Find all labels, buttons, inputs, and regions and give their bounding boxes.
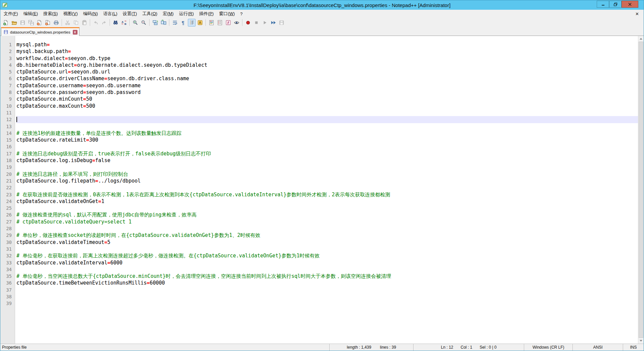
line-number-6[interactable]: 6 <box>0 75 15 82</box>
code-line-1[interactable]: mysql.path= <box>16 41 644 48</box>
code-line-27[interactable]: # ctpDataSource.validateQuery=select 1 <box>16 218 644 225</box>
line-number-3[interactable]: 3 <box>0 55 15 62</box>
show-indent-guide-button[interactable] <box>188 19 196 27</box>
line-number-28[interactable]: 28 <box>0 225 15 232</box>
vertical-scrollbar[interactable] <box>638 36 644 344</box>
code-line-24[interactable]: ctpDataSource.validateOnGet=1 <box>16 198 644 205</box>
code-line-2[interactable]: mysql.backup.path= <box>16 48 644 55</box>
line-number-31[interactable]: 31 <box>0 246 15 252</box>
code-line-38[interactable] <box>16 293 644 300</box>
macro-record-button[interactable] <box>244 19 252 27</box>
menu-item-encoding[interactable]: 编码(N) <box>80 10 101 18</box>
code-line-12[interactable] <box>16 116 644 123</box>
line-number-10[interactable]: 10 <box>0 103 15 109</box>
line-number-37[interactable]: 37 <box>0 287 15 293</box>
code-line-14[interactable]: # 连接池1秒的新建连接数量，单位是连接个数。达到该数量触发日志跟踪 <box>16 130 644 137</box>
code-line-16[interactable] <box>16 143 644 150</box>
code-line-6[interactable]: ctpDataSource.driverClassName=seeyon.db.… <box>16 75 644 82</box>
line-number-38[interactable]: 38 <box>0 293 15 300</box>
code-line-36[interactable]: ctpDataSource.timeBetweenEvictionRunsMil… <box>16 280 644 286</box>
code-line-21[interactable]: ctpDataSource.log.filepath=../logs/dbpoo… <box>16 178 644 184</box>
code-line-34[interactable] <box>16 266 644 273</box>
function-list-button[interactable]: f <box>224 19 232 27</box>
word-wrap-button[interactable] <box>171 19 179 27</box>
menu-item-view[interactable]: 视图(V) <box>60 10 80 18</box>
menu-item-window[interactable]: 窗口(W) <box>216 10 237 18</box>
code-line-8[interactable]: ctpDataSource.password=seeyon.db.passwor… <box>16 89 644 96</box>
document-map-button[interactable] <box>208 19 215 27</box>
code-line-3[interactable]: workflow.dialect=seeyon.db.type <box>16 55 644 62</box>
status-eol-format[interactable]: Windows (CR LF) <box>524 344 573 351</box>
close-all-button[interactable] <box>44 19 52 27</box>
new-file-button[interactable] <box>2 19 10 27</box>
line-number-5[interactable]: 5 <box>0 68 15 75</box>
line-number-27[interactable]: 27 <box>0 218 15 225</box>
line-number-17[interactable]: 17 <box>0 150 15 157</box>
replace-button[interactable]: AB <box>120 19 128 27</box>
menu-item-settings[interactable]: 设置(T) <box>120 10 140 18</box>
menu-item-tools[interactable]: 工具(O) <box>140 10 160 18</box>
menu-item-macro[interactable]: 宏(M) <box>160 10 176 18</box>
scroll-up-arrow-icon[interactable] <box>638 36 644 42</box>
close-file-button[interactable] <box>36 19 43 27</box>
code-line-19[interactable] <box>16 164 644 170</box>
line-number-35[interactable]: 35 <box>0 273 15 280</box>
line-number-4[interactable]: 4 <box>0 62 15 68</box>
menu-item-search[interactable]: 搜索(S) <box>41 10 60 18</box>
menu-item-language[interactable]: 语言(L) <box>101 10 120 18</box>
line-number-12[interactable]: 12 <box>0 116 15 123</box>
macro-run-multiple-button[interactable] <box>269 19 277 27</box>
line-number-20[interactable]: 20 <box>0 171 15 178</box>
line-number-18[interactable]: 18 <box>0 157 15 164</box>
menu-item-file[interactable]: 文件(F) <box>1 10 21 18</box>
code-line-10[interactable]: ctpDataSource.maxCount=500 <box>16 103 644 109</box>
line-number-29[interactable]: 29 <box>0 232 15 239</box>
menu-item-edit[interactable]: 编辑(E) <box>21 10 41 18</box>
zoom-out-button[interactable] <box>140 19 148 27</box>
code-line-39[interactable] <box>16 300 644 307</box>
code-line-31[interactable] <box>16 246 644 252</box>
find-button[interactable] <box>112 19 119 27</box>
menu-item-help[interactable]: ? <box>237 10 245 17</box>
code-line-5[interactable]: ctpDataSource.url=seeyon.db.url <box>16 68 644 75</box>
line-number-24[interactable]: 24 <box>0 198 15 205</box>
line-number-22[interactable]: 22 <box>0 184 15 191</box>
sync-horizontal-scroll-button[interactable] <box>160 19 167 27</box>
line-number-14[interactable]: 14 <box>0 130 15 137</box>
define-language-button[interactable] <box>196 19 204 27</box>
close-button[interactable] <box>622 1 638 8</box>
line-number-13[interactable]: 13 <box>0 123 15 130</box>
code-line-4[interactable]: db.hibernateDialect=org.hibernate.dialec… <box>16 62 644 68</box>
status-insert-mode[interactable]: INS <box>623 344 644 351</box>
line-number-11[interactable]: 11 <box>0 109 15 116</box>
code-line-30[interactable]: ctpDataSource.validateTimeout=5 <box>16 239 644 246</box>
code-line-23[interactable]: # 在获取连接前是否做连接检测，0表示不检测，1表示在距离上次检测到本次{ctp… <box>16 191 644 198</box>
line-number-8[interactable]: 8 <box>0 89 15 96</box>
line-number-7[interactable]: 7 <box>0 82 15 89</box>
code-line-11[interactable] <box>16 109 644 116</box>
line-number-26[interactable]: 26 <box>0 211 15 218</box>
code-line-22[interactable] <box>16 184 644 191</box>
code-line-25[interactable] <box>16 205 644 211</box>
tab-close-icon[interactable]: x <box>73 30 77 35</box>
line-number-36[interactable]: 36 <box>0 280 15 286</box>
line-number-33[interactable]: 33 <box>0 259 15 266</box>
file-monitoring-button[interactable] <box>233 19 240 27</box>
code-line-13[interactable] <box>16 123 644 130</box>
line-number-23[interactable]: 23 <box>0 191 15 198</box>
line-number-32[interactable]: 32 <box>0 252 15 259</box>
status-encoding[interactable]: ANSI <box>573 344 623 351</box>
code-area[interactable]: mysql.path=mysql.backup.path=workflow.di… <box>15 36 644 344</box>
sync-vertical-scroll-button[interactable] <box>151 19 159 27</box>
code-line-37[interactable] <box>16 287 644 293</box>
code-line-35[interactable]: # 单位毫秒，当空闲连接总数大于{ctpDataSource.minCount}… <box>16 273 644 280</box>
menu-item-plugins[interactable]: 插件(P) <box>197 10 216 18</box>
scroll-down-arrow-icon[interactable] <box>640 340 642 342</box>
open-file-button[interactable] <box>10 19 18 27</box>
print-button[interactable] <box>52 19 60 27</box>
code-line-20[interactable]: # 连接池日志路径，如果不填写，则打印到控制台 <box>16 171 644 178</box>
line-number-15[interactable]: 15 <box>0 137 15 143</box>
code-line-28[interactable] <box>16 225 644 232</box>
line-number-30[interactable]: 30 <box>0 239 15 246</box>
code-line-32[interactable]: # 单位毫秒，在获取连接前，距离上次检测连接超过多少毫秒，做连接检测。在{ctp… <box>16 252 644 259</box>
